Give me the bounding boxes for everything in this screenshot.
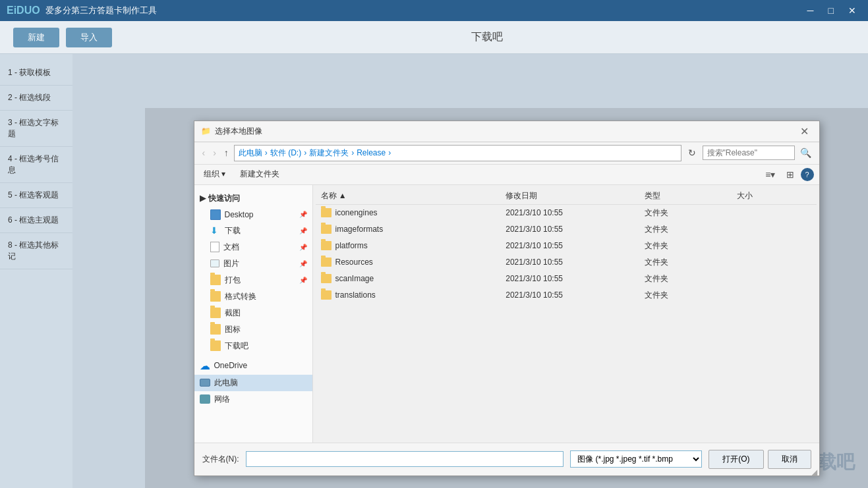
minimize-button[interactable]: ─ (802, 4, 819, 17)
panel-item-format[interactable]: 格式转换 (194, 288, 312, 305)
file-row-scanimage[interactable]: scanImage 2021/3/10 10:55 文件夹 (316, 271, 817, 287)
pin-icon-docs: 📌 (299, 244, 307, 251)
dialog-title: 📁 选择本地图像 (201, 126, 262, 137)
dialog-title-bar: 📁 选择本地图像 ✕ (194, 121, 819, 142)
folder-icon-resources (321, 258, 332, 267)
file-dialog: 📁 选择本地图像 ✕ ‹ › ↑ 此电脑 › 软件 (D:) › 新建文件夹 ›… (194, 121, 820, 476)
path-release[interactable]: Release (357, 148, 386, 157)
network-icon (200, 394, 210, 404)
folder-icon-downloadba (210, 340, 221, 351)
quick-access-header[interactable]: ▶ 快速访问 (194, 190, 312, 207)
open-button[interactable]: 打开(O) (709, 450, 763, 469)
filename-input[interactable] (246, 451, 564, 467)
dialog-left-panel: ▶ 快速访问 Desktop 📌 ⬇ 下载 📌 (194, 185, 313, 443)
title-bar: EiDUO 爱多分第三方答题卡制作工具 ─ □ ✕ (0, 0, 868, 21)
header-type[interactable]: 类型 (645, 190, 737, 202)
main-content: 下载吧 📁 选择本地图像 ✕ ‹ › ↑ 此电脑 › 软件 (D:) (72, 54, 868, 488)
header-name[interactable]: 名称 ▲ (321, 190, 506, 202)
quick-access-label: 快速访问 (208, 193, 240, 204)
quick-access-expand-icon: ▶ (200, 194, 206, 203)
computer-icon (200, 379, 210, 387)
resize-handle[interactable]: ◢ (811, 468, 818, 474)
panel-item-screenshot[interactable]: 截图 (194, 305, 312, 321)
file-row-translations[interactable]: translations 2021/3/10 10:55 文件夹 (316, 287, 817, 304)
address-path[interactable]: 此电脑 › 软件 (D:) › 新建文件夹 › Release › (234, 145, 681, 161)
folder-icon-platforms (321, 241, 332, 250)
panel-item-icons[interactable]: 图标 (194, 321, 312, 338)
filename-label: 文件名(N): (202, 454, 239, 465)
folder-icon-package (210, 275, 221, 285)
file-list-panel: 名称 ▲ 修改日期 类型 大小 (313, 185, 819, 443)
pictures-icon (210, 259, 219, 267)
sidebar-item-frame-title[interactable]: 3 - 框选文字标题 (0, 111, 72, 147)
pin-icon-download: 📌 (299, 227, 307, 234)
file-row-iconengines[interactable]: iconengines 2021/3/10 10:55 文件夹 (316, 205, 817, 221)
panel-item-pictures[interactable]: 图片 📌 (194, 256, 312, 272)
panel-item-download[interactable]: ⬇ 下载 📌 (194, 223, 312, 239)
sidebar-item-frame-exam-no[interactable]: 4 - 框选考号信息 (0, 147, 72, 183)
sidebar-item-frame-line[interactable]: 2 - 框选线段 (0, 86, 72, 111)
onedrive-icon: ☁ (200, 360, 210, 372)
dialog-overlay: 📁 选择本地图像 ✕ ‹ › ↑ 此电脑 › 软件 (D:) › 新建文件夹 ›… (145, 108, 868, 488)
filetype-select[interactable]: 图像 (*.jpg *.jpeg *.tif *.bmp (570, 450, 702, 468)
forward-button[interactable]: › (210, 146, 219, 159)
import-button[interactable]: 导入 (66, 28, 112, 47)
maximize-button[interactable]: □ (823, 4, 839, 17)
dialog-body: ▶ 快速访问 Desktop 📌 ⬇ 下载 📌 (194, 185, 819, 443)
refresh-button[interactable]: ↻ (684, 146, 700, 159)
panel-item-docs[interactable]: 文档 📌 (194, 239, 312, 256)
dialog-toolbar-left: 组织 ▾ 新建文件夹 (200, 167, 285, 181)
up-button[interactable]: ↑ (221, 146, 231, 159)
folder-icon-translations (321, 290, 332, 300)
folder-icon-screenshot (210, 308, 221, 318)
pin-icon: 📌 (299, 211, 307, 218)
app-title: 爱多分第三方答题卡制作工具 (45, 5, 157, 16)
dialog-addressbar: ‹ › ↑ 此电脑 › 软件 (D:) › 新建文件夹 › Release › … (194, 142, 819, 165)
panel-item-downloadba[interactable]: 下载吧 (194, 338, 312, 354)
path-newfolder[interactable]: 新建文件夹 (309, 148, 349, 159)
sidebar-item-frame-subj[interactable]: 6 - 框选主观题 (0, 208, 72, 233)
download-icon: ⬇ (210, 225, 221, 236)
back-button[interactable]: ‹ (200, 146, 208, 159)
view-grid-button[interactable]: ⊞ (782, 167, 798, 182)
dialog-action-buttons: 打开(O) 取消 (709, 450, 811, 469)
dialog-toolbar: 组织 ▾ 新建文件夹 ≡▾ ⊞ ? (194, 165, 819, 185)
file-row-platforms[interactable]: platforms 2021/3/10 10:55 文件夹 (316, 238, 817, 254)
dialog-footer: 文件名(N): 图像 (*.jpg *.jpeg *.tif *.bmp 打开(… (194, 443, 819, 475)
help-button[interactable]: ? (801, 168, 814, 181)
dialog-close-button[interactable]: ✕ (796, 124, 813, 139)
folder-icon-format (210, 291, 221, 302)
quick-access-section: ▶ 快速访问 Desktop 📌 ⬇ 下载 📌 (194, 190, 312, 354)
pin-icon-pics: 📌 (299, 260, 307, 267)
header-size[interactable]: 大小 (737, 190, 811, 202)
panel-item-this-pc[interactable]: 此电脑 (194, 375, 312, 391)
path-computer[interactable]: 此电脑 (239, 148, 262, 159)
header-date[interactable]: 修改日期 (506, 190, 645, 202)
path-drive[interactable]: 软件 (D:) (270, 148, 301, 159)
folder-icon-imageformats (321, 225, 332, 234)
pin-icon-package: 📌 (299, 277, 307, 284)
folder-icon-icons (210, 324, 221, 335)
app-logo: EiDUO (7, 5, 40, 16)
view-list-button[interactable]: ≡▾ (761, 167, 779, 182)
panel-item-desktop[interactable]: Desktop 📌 (194, 207, 312, 223)
close-button[interactable]: ✕ (843, 4, 861, 17)
organize-button[interactable]: 组织 ▾ (200, 167, 229, 181)
new-button[interactable]: 新建 (13, 28, 59, 47)
sidebar-item-get-template[interactable]: 1 - 获取模板 (0, 61, 72, 86)
desktop-icon (210, 209, 221, 220)
search-icon-button[interactable]: 🔍 (797, 146, 814, 159)
sidebar-item-frame-other[interactable]: 8 - 框选其他标记 (0, 233, 72, 269)
dialog-toolbar-right: ≡▾ ⊞ ? (761, 167, 813, 182)
search-input[interactable] (703, 146, 795, 160)
sidebar: 1 - 获取模板 2 - 框选线段 3 - 框选文字标题 4 - 框选考号信息 … (0, 54, 72, 488)
title-bar-controls: ─ □ ✕ (802, 4, 861, 17)
panel-item-onedrive[interactable]: ☁ OneDrive (194, 357, 312, 375)
file-row-imageformats[interactable]: imageformats 2021/3/10 10:55 文件夹 (316, 221, 817, 238)
new-folder-button[interactable]: 新建文件夹 (235, 167, 285, 181)
cancel-button[interactable]: 取消 (768, 450, 811, 469)
sidebar-item-frame-obj[interactable]: 5 - 框选客观题 (0, 183, 72, 208)
panel-item-network[interactable]: 网络 (194, 391, 312, 408)
file-row-resources[interactable]: Resources 2021/3/10 10:55 文件夹 (316, 254, 817, 271)
panel-item-package[interactable]: 打包 📌 (194, 272, 312, 288)
